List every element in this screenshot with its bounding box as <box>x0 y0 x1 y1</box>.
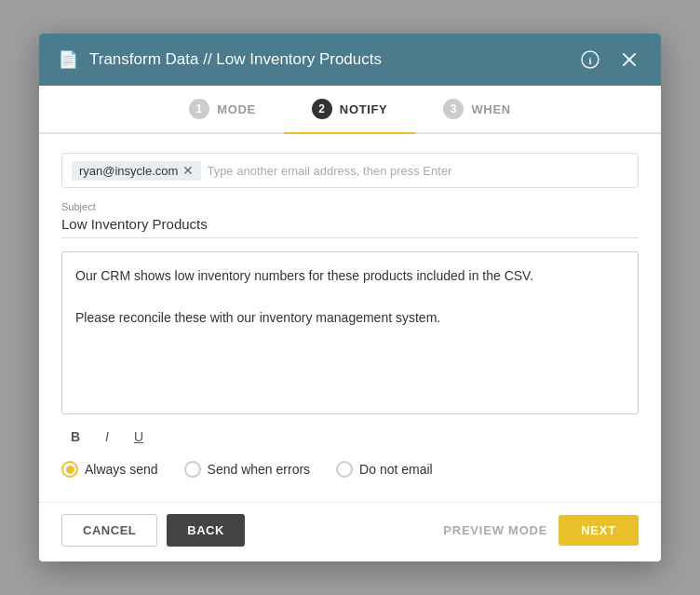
step-notify-label: NOTIFY <box>340 102 388 116</box>
option-no-email[interactable]: Do not email <box>336 461 433 478</box>
info-button[interactable]: i <box>577 47 603 73</box>
radio-always-send-inner <box>66 466 74 474</box>
step-mode-number: 1 <box>189 99 209 119</box>
footer-left: CANCEL BACK <box>61 514 245 547</box>
modal-footer: CANCEL BACK PREVIEW MODE NEXT <box>39 502 661 561</box>
radio-no-email-circle <box>336 461 353 478</box>
document-icon: 📄 <box>58 49 78 70</box>
header-actions: i <box>577 47 642 73</box>
step-when-label: WHEN <box>471 102 510 116</box>
subject-label: Subject <box>61 201 639 212</box>
step-notify[interactable]: 2 NOTIFY <box>284 86 416 132</box>
footer-right: PREVIEW MODE NEXT <box>443 515 639 546</box>
step-when-number: 3 <box>443 99 464 119</box>
step-notify-number: 2 <box>312 99 332 119</box>
italic-button[interactable]: I <box>93 424 121 450</box>
back-button[interactable]: BACK <box>167 514 245 547</box>
email-tag-remove-button[interactable]: ✕ <box>182 164 194 177</box>
modal-dialog: 📄 Transform Data // Low Inventory Produc… <box>39 34 661 561</box>
subject-input[interactable] <box>61 216 639 238</box>
next-button[interactable]: NEXT <box>559 515 639 546</box>
subject-section: Subject <box>61 201 639 238</box>
step-when[interactable]: 3 WHEN <box>415 86 538 132</box>
message-section: Our CRM shows low inventory numbers for … <box>61 251 639 418</box>
step-mode-label: MODE <box>217 102 256 116</box>
close-button[interactable] <box>616 47 642 73</box>
underline-button[interactable]: U <box>125 424 153 450</box>
cancel-button[interactable]: CANCEL <box>61 514 157 547</box>
option-no-email-label: Do not email <box>359 462 433 477</box>
preview-mode-button[interactable]: PREVIEW MODE <box>443 523 547 537</box>
step-mode[interactable]: 1 MODE <box>161 86 284 132</box>
option-send-errors[interactable]: Send when errors <box>184 461 311 478</box>
option-always-send[interactable]: Always send <box>61 461 158 478</box>
email-tag-address: ryan@insycle.com <box>79 164 178 178</box>
radio-send-errors-circle <box>184 461 201 478</box>
send-options: Always send Send when errors Do not emai… <box>61 461 639 478</box>
bold-button[interactable]: B <box>61 424 89 450</box>
modal-body: ryan@insycle.com ✕ Type another email ad… <box>39 134 661 493</box>
modal-header: 📄 Transform Data // Low Inventory Produc… <box>39 34 661 86</box>
modal-title: Transform Data // Low Inventory Products <box>89 50 566 69</box>
format-toolbar: B I U <box>61 424 639 450</box>
steps-bar: 1 MODE 2 NOTIFY 3 WHEN <box>39 86 661 134</box>
email-recipients-field[interactable]: ryan@insycle.com ✕ Type another email ad… <box>61 153 639 188</box>
email-tag: ryan@insycle.com ✕ <box>72 161 201 181</box>
email-input-placeholder: Type another email address, then press E… <box>207 164 628 178</box>
message-textarea[interactable]: Our CRM shows low inventory numbers for … <box>61 251 639 414</box>
radio-always-send-circle <box>61 461 78 478</box>
option-always-send-label: Always send <box>85 462 158 477</box>
option-send-errors-label: Send when errors <box>208 462 311 477</box>
svg-text:i: i <box>588 55 591 66</box>
